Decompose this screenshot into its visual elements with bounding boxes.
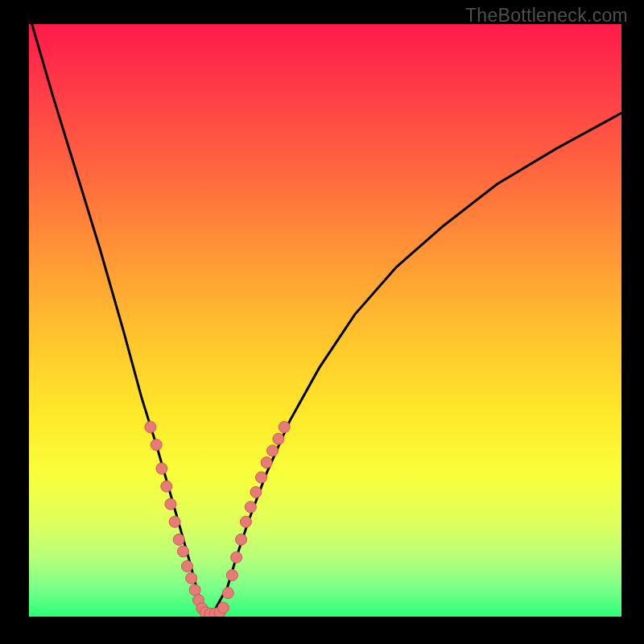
plot-area: [29, 24, 621, 617]
data-points: [145, 422, 290, 617]
data-point: [151, 440, 162, 451]
data-point: [217, 602, 229, 613]
bottleneck-curve: [32, 24, 621, 613]
data-point: [231, 551, 242, 563]
data-point: [169, 516, 180, 527]
data-point: [273, 433, 284, 444]
data-point: [156, 463, 167, 474]
data-point: [145, 422, 156, 433]
data-point: [161, 481, 172, 492]
data-point: [279, 422, 290, 433]
data-point: [261, 457, 272, 469]
data-point: [226, 570, 237, 581]
watermark-text: TheBottleneck.com: [465, 5, 628, 27]
data-point: [182, 560, 193, 572]
data-point: [236, 534, 247, 545]
data-point: [177, 546, 188, 557]
data-point: [267, 445, 279, 456]
data-point: [189, 584, 200, 596]
data-point: [250, 486, 262, 497]
data-point: [173, 534, 184, 545]
chart-svg: [29, 24, 621, 617]
chart-frame: TheBottleneck.com: [0, 0, 644, 644]
data-point: [165, 498, 176, 510]
data-point: [256, 472, 267, 483]
data-point: [222, 588, 233, 599]
data-point: [186, 572, 197, 584]
data-point: [245, 502, 256, 513]
data-point: [240, 516, 251, 527]
